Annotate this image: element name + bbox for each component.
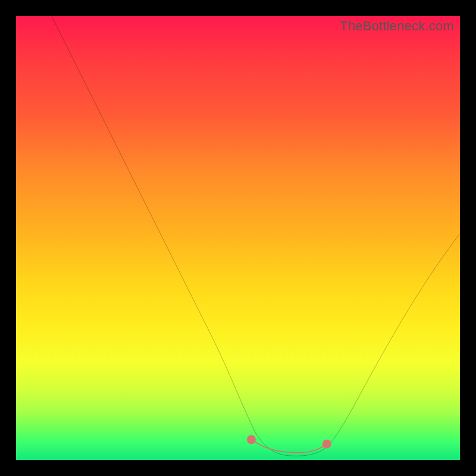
chart-svg [16, 16, 460, 460]
chart-frame: TheBottleneck.com [0, 0, 476, 476]
marker-dot [322, 440, 331, 449]
bottleneck-curve [52, 16, 460, 456]
bottom-highlight-stroke [251, 440, 327, 453]
bottom-highlight-markers [247, 435, 331, 452]
marker-dot [247, 435, 256, 444]
plot-area: TheBottleneck.com [16, 16, 460, 460]
